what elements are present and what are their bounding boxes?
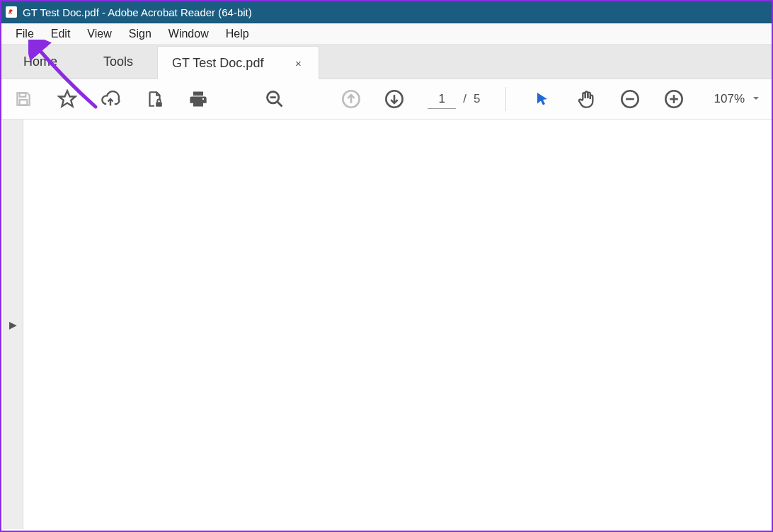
cloud-upload-icon[interactable] (101, 88, 122, 110)
nav-pane-toggle[interactable]: ▶ (3, 120, 23, 529)
zoom-level-group[interactable]: 107% (714, 92, 760, 106)
svg-point-5 (202, 98, 204, 100)
tab-home[interactable]: Home (1, 45, 79, 79)
document-view[interactable] (23, 120, 770, 529)
menu-edit[interactable]: Edit (42, 25, 79, 43)
tab-document-label: GT Test Doc.pdf (172, 56, 263, 71)
page-number-input[interactable] (428, 90, 456, 109)
app-icon (6, 6, 17, 18)
zoom-level-value: 107% (714, 92, 745, 106)
star-icon[interactable] (57, 88, 78, 110)
tab-bar: Home Tools GT Test Doc.pdf × (1, 45, 772, 79)
menu-view[interactable]: View (79, 25, 120, 43)
content-area: ▶ (3, 120, 770, 529)
find-icon[interactable] (264, 88, 285, 110)
menu-bar: File Edit View Sign Window Help (1, 23, 772, 45)
page-down-icon[interactable] (384, 88, 405, 110)
page-total: 5 (474, 92, 480, 106)
toolbar: / 5 107% (1, 79, 772, 120)
svg-marker-3 (59, 91, 75, 106)
tab-tools[interactable]: Tools (79, 45, 157, 79)
tab-document[interactable]: GT Test Doc.pdf × (157, 46, 319, 79)
zoom-in-icon[interactable] (663, 88, 685, 110)
zoom-out-icon[interactable] (619, 88, 641, 110)
tab-close-button[interactable]: × (292, 57, 304, 69)
svg-rect-0 (7, 8, 16, 16)
svg-rect-4 (156, 102, 162, 107)
menu-window[interactable]: Window (160, 25, 217, 43)
selection-tool-icon[interactable] (532, 88, 553, 110)
toolbar-separator (505, 87, 506, 111)
chevron-right-icon: ▶ (9, 319, 17, 330)
chevron-down-icon (752, 92, 760, 106)
svg-line-7 (277, 102, 282, 107)
page-separator: / (463, 92, 466, 106)
svg-rect-2 (19, 100, 27, 105)
svg-rect-1 (19, 93, 25, 96)
menu-file[interactable]: File (7, 25, 42, 43)
window-title: GT Test Doc.pdf - Adobe Acrobat Reader (… (23, 6, 252, 18)
hand-tool-icon[interactable] (576, 88, 597, 110)
page-up-icon[interactable] (340, 88, 362, 110)
menu-help[interactable]: Help (217, 25, 258, 43)
title-bar: GT Test Doc.pdf - Adobe Acrobat Reader (… (1, 1, 772, 23)
file-lock-icon[interactable] (144, 88, 165, 110)
menu-sign[interactable]: Sign (120, 25, 160, 43)
print-icon[interactable] (188, 88, 209, 110)
page-nav-group: / 5 (428, 90, 480, 109)
save-icon[interactable] (13, 88, 34, 110)
